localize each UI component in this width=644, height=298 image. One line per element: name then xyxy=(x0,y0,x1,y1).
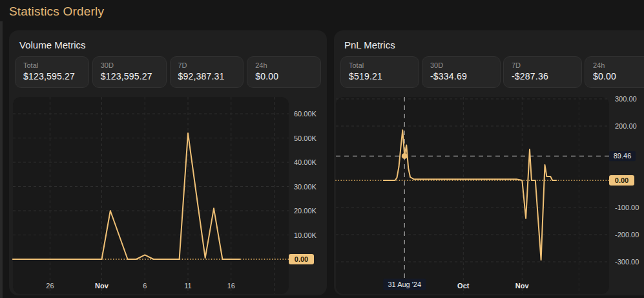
panel-volume: 60.00K50.00K40.00K30.00K20.00K10.00K26No… xyxy=(9,30,327,295)
x-axis-label: 11 xyxy=(184,282,191,290)
stat-label: Total xyxy=(349,61,411,70)
left-edge-strip xyxy=(0,21,3,298)
x-axis-label: 26 xyxy=(46,282,54,290)
zero-value-badge-label: 0.00 xyxy=(295,255,308,263)
stat-card-30d: 30D$123,595.27 xyxy=(92,56,167,88)
app-root: { "page": { "title": "Statistics Orderly… xyxy=(0,0,644,298)
y-axis-label: 30.00K xyxy=(294,183,317,191)
crosshair-point-marker xyxy=(402,153,408,159)
stat-value: $123,595.27 xyxy=(101,70,158,83)
crosshair-date-badge-label: 31 Aug '24 xyxy=(388,281,421,288)
y-axis-label: 50.00K xyxy=(294,134,317,142)
stat-label: 30D xyxy=(101,61,158,70)
panel-pnl: 300.00200.00-100.00-200.00-300.00OctNov0… xyxy=(334,30,644,295)
stat-card-30d: 30D-$334.69 xyxy=(422,56,501,88)
y-axis-label: 300.00 xyxy=(615,95,637,103)
panel-pnl-stats: Total$519.2130D-$334.697D-$287.3624h$0.0… xyxy=(340,56,644,88)
stat-value: $123,595.27 xyxy=(23,70,81,83)
panel-volume-title: Volume Metrics xyxy=(19,39,327,50)
y-axis-label: -200.00 xyxy=(615,231,639,239)
y-axis-label: 40.00K xyxy=(294,158,317,166)
stat-card-total: Total$123,595.27 xyxy=(15,56,89,88)
x-axis-label: Nov xyxy=(95,282,109,290)
y-axis-label: 200.00 xyxy=(615,122,637,130)
y-axis-label: 10.00K xyxy=(294,231,317,239)
stat-value: $0.00 xyxy=(255,70,313,83)
stat-card-7d: 7D-$287.36 xyxy=(503,56,582,88)
volume-plot-area[interactable] xyxy=(13,97,289,294)
y-axis-label: 60.00K xyxy=(294,110,317,118)
stat-label: 7D xyxy=(512,61,574,70)
stat-value: $519.21 xyxy=(349,70,411,83)
x-axis-label: Oct xyxy=(457,282,470,290)
stat-label: 7D xyxy=(178,61,236,70)
stat-card-total: Total$519.21 xyxy=(340,56,419,88)
stat-card-24h: 24h$0.00 xyxy=(585,56,644,88)
stat-card-24h: 24h$0.00 xyxy=(247,56,321,88)
stat-label: 24h xyxy=(593,61,644,70)
y-axis-label: -300.00 xyxy=(615,258,639,266)
y-axis-label: 20.00K xyxy=(294,207,317,215)
stat-label: Total xyxy=(23,61,81,70)
crosshair-value-badge-label: 89.46 xyxy=(614,152,632,160)
stat-label: 24h xyxy=(255,61,313,70)
panel-pnl-title: PnL Metrics xyxy=(344,39,644,50)
pnl-plot-area[interactable] xyxy=(336,97,609,294)
stat-value: $0.00 xyxy=(593,70,644,83)
x-axis-label: 6 xyxy=(143,282,147,290)
page-header: Statistics Orderly xyxy=(0,0,644,21)
stat-card-7d: 7D$92,387.31 xyxy=(170,56,244,88)
stat-value: -$287.36 xyxy=(512,70,574,83)
stat-label: 30D xyxy=(430,61,492,70)
x-axis-label: Nov xyxy=(515,282,530,290)
stat-value: -$334.69 xyxy=(430,70,492,83)
stat-value: $92,387.31 xyxy=(178,70,236,83)
zero-value-badge-label: 0.00 xyxy=(615,176,628,184)
y-axis-label: -100.00 xyxy=(615,204,639,211)
x-axis-label: 16 xyxy=(227,282,235,290)
page-title: Statistics Orderly xyxy=(9,5,635,19)
panel-volume-stats: Total$123,595.2730D$123,595.277D$92,387.… xyxy=(15,56,321,88)
